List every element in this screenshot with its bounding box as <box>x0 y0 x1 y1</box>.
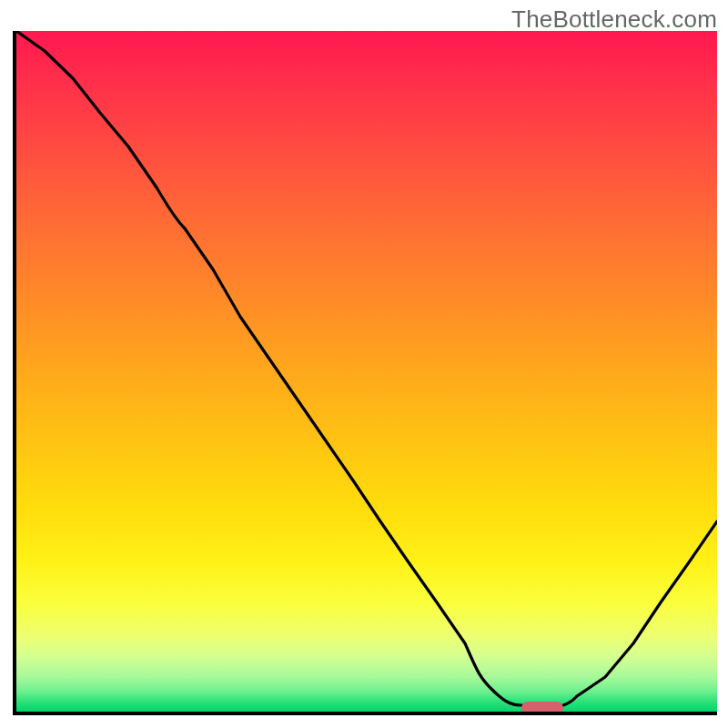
chart-container: { "watermark": "TheBottleneck.com", "col… <box>0 0 728 728</box>
axes-frame <box>13 31 717 715</box>
x-axis <box>13 712 717 715</box>
watermark-text: TheBottleneck.com <box>511 5 717 34</box>
optimal-range-marker <box>521 702 563 712</box>
bottleneck-curve <box>16 31 717 708</box>
curve-svg <box>16 31 717 712</box>
y-axis <box>13 31 16 715</box>
plot-area <box>16 31 717 712</box>
